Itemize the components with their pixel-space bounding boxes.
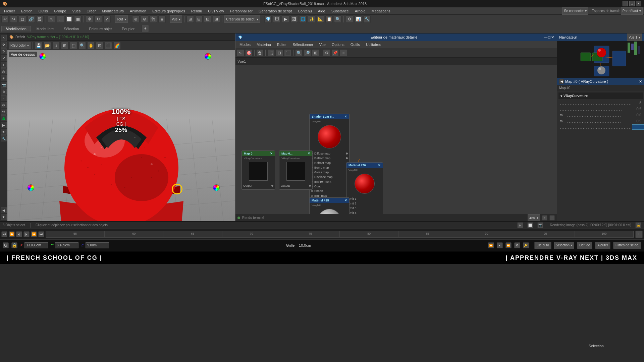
sidebar-motion-icon[interactable]: ▶ (1, 122, 7, 128)
menu-civil-view[interactable]: Civil View (205, 8, 226, 14)
render-clr-btn[interactable]: ⬛ (105, 42, 112, 49)
tab-modelling[interactable]: Modélisation (1, 26, 31, 32)
menu-editeurs-graphiques[interactable]: Editeurs graphiques (150, 8, 188, 14)
coord-lock-btn[interactable]: 🔒 (11, 242, 17, 248)
def-de-button[interactable]: Déf. de (577, 242, 592, 249)
auto-key-button[interactable]: Clé auto (534, 242, 551, 249)
mat-menu-outils[interactable]: Outils (348, 42, 363, 47)
extra-icon2[interactable]: 📊 (355, 15, 362, 23)
anim-prev-btn[interactable]: ⏴ (16, 231, 22, 237)
menu-modificateurs[interactable]: Modificateurs (99, 8, 126, 14)
prop-scale-input[interactable] (632, 124, 644, 130)
render-sm-icon2[interactable]: ⬜ (527, 222, 533, 228)
render-rgb-btn[interactable]: 🌈 (113, 42, 121, 49)
menu-fichier[interactable]: Fichier (1, 8, 18, 14)
tab-selection[interactable]: Sélection (59, 26, 83, 32)
menu-substance[interactable]: Substance (329, 8, 352, 14)
minimize-button[interactable]: — (623, 1, 628, 6)
move-button[interactable]: ✥ (86, 15, 93, 23)
menu-groupe[interactable]: Groupe (51, 8, 69, 14)
tab-peupler[interactable]: Peupler (117, 26, 139, 32)
sidebar-move-icon[interactable]: ✥ (1, 42, 7, 48)
select-region-button[interactable]: ⬚ (57, 15, 64, 23)
maximize-button[interactable]: □ (629, 1, 635, 6)
mat-extra-btn[interactable]: ≡ (340, 49, 347, 57)
environment-button[interactable]: 🌐 (299, 15, 307, 23)
undo-button[interactable]: ↩ (1, 15, 9, 23)
render-compare-btn[interactable]: ⊞ (61, 42, 68, 49)
named-selection-dropdown[interactable]: Créer jeu de sélect. ▾ (224, 15, 260, 23)
tab-mode-libre[interactable]: Mode libre (32, 26, 58, 32)
render-sm-icon3[interactable]: 📷 (537, 222, 543, 228)
mat-minimize-button[interactable]: — (544, 35, 547, 40)
render-fit-btn[interactable]: ⊡ (96, 42, 103, 49)
menu-generation-script[interactable]: Génération de script (256, 8, 294, 14)
mat-maximize-button[interactable]: □ (548, 35, 550, 40)
sidebar-display-icon[interactable]: 👁 (1, 129, 7, 135)
mat-menu-vue[interactable]: Vue (317, 42, 328, 47)
mat-zoom-out-status-btn[interactable]: − (549, 215, 555, 221)
next-frame-btn[interactable]: ⏩ (505, 242, 512, 248)
menu-megascans[interactable]: Megascans (369, 8, 393, 14)
node5-close-icon[interactable]: ✕ (344, 199, 347, 202)
align-view-button[interactable]: ⊡ (204, 15, 211, 23)
redo-button[interactable]: ↪ (10, 15, 17, 23)
render-region-btn[interactable]: ⬚ (70, 42, 77, 49)
anim-play-btn[interactable]: ⏵ (23, 231, 30, 237)
menu-rendu[interactable]: Rendu (189, 8, 205, 14)
spinner-snap-button[interactable]: ≣ (158, 15, 166, 23)
anim-next-btn[interactable]: ⏩ (31, 231, 37, 237)
sidebar-helpers-icon[interactable]: ⊕ (1, 88, 7, 95)
mat-node-vray-curv-left[interactable]: Map 0 ✕ VRayCurvature Output (241, 150, 275, 190)
render-zoom-btn[interactable]: 🔍 (78, 42, 86, 49)
nav-view-dropdown[interactable]: Vue 1 ▾ (627, 34, 642, 41)
mat-fit-btn[interactable]: ⊞ (312, 49, 319, 57)
select-button[interactable]: ↖ (48, 15, 55, 23)
mat-close-button[interactable]: ✕ (551, 35, 554, 40)
render-save-btn[interactable]: 💾 (35, 42, 42, 49)
mat-menu-options[interactable]: Options (329, 42, 347, 47)
mat-node-map0-second[interactable]: Map 0... ✕ VRayCurvature Output (279, 150, 313, 190)
y-input[interactable] (55, 242, 78, 248)
sidebar-scale-icon[interactable]: ⤢ (1, 55, 7, 61)
selection-filter-dropdown[interactable]: Tout ▾ (115, 15, 128, 23)
z-input[interactable] (86, 242, 109, 248)
filtres-button[interactable]: Filtres de sélec. (613, 242, 641, 249)
mat-zoom-in-status-btn[interactable]: + (542, 215, 547, 221)
prev-frame-btn[interactable]: ⏪ (488, 242, 494, 248)
batch-render-button[interactable]: 📋 (325, 15, 333, 23)
prop-expand-icon[interactable]: ◀ (559, 79, 564, 84)
node4-close-icon[interactable]: ✕ (378, 164, 381, 167)
sidebar-arrow-icon[interactable]: ◀ (1, 207, 7, 213)
select-all-button[interactable]: ◻ (19, 15, 26, 23)
menu-contenu[interactable]: Contenu (295, 8, 315, 14)
mat-pick-btn[interactable]: 🎯 (245, 49, 253, 57)
ajouter-button[interactable]: Ajouter (595, 242, 610, 249)
anim-last-btn[interactable]: ⏭ (38, 231, 44, 237)
mat-zoom-out-btn[interactable]: 🔎 (304, 49, 311, 57)
sidebar-select-icon[interactable]: ↖ (1, 35, 7, 41)
render-button[interactable]: ▶ (282, 15, 289, 23)
render-setup-button[interactable]: 🎞 (273, 15, 280, 23)
selection-set-dropdown[interactable]: Sélection ▾ (554, 242, 574, 249)
mat-menu-utilitaires[interactable]: Utilitaires (363, 42, 384, 47)
user-connect-dropdown[interactable]: Se connecter ▾ (562, 7, 588, 15)
render-to-tex-button[interactable]: 📐 (317, 15, 324, 23)
key-filters-btn[interactable]: ⚙ (514, 242, 520, 248)
sidebar-cameras-icon[interactable]: 📷 (1, 82, 7, 88)
material-editor-button[interactable]: 💎 (264, 15, 272, 23)
render-pan-btn[interactable]: ✋ (87, 42, 95, 49)
sidebar-systems-icon[interactable]: ⚙ (1, 102, 7, 108)
select-crossing-button[interactable]: ▦ (74, 15, 82, 23)
extra-icon3[interactable]: 🔧 (363, 15, 371, 23)
node2-close-icon[interactable]: ✕ (270, 152, 273, 155)
sidebar-spacewarps-icon[interactable]: ≈ (1, 95, 7, 101)
workspace-dropdown[interactable]: Par défaut ▾ (621, 7, 643, 15)
plus-icon[interactable]: + (142, 25, 149, 32)
rotate-button[interactable]: ↻ (95, 15, 102, 23)
timeline-track[interactable]: 55 60 65 70 75 80 85 90 95 100 (46, 231, 634, 238)
anim-prev-key-btn[interactable]: ⏪ (9, 231, 15, 237)
mat-canvas-area[interactable]: Shader Sear 5... ✕ VrayMtl Diffuse map R… (235, 65, 557, 221)
sidebar-utilities-icon[interactable]: 🔧 (1, 135, 7, 141)
rendering-options-btn[interactable]: 🔒 (635, 222, 641, 228)
